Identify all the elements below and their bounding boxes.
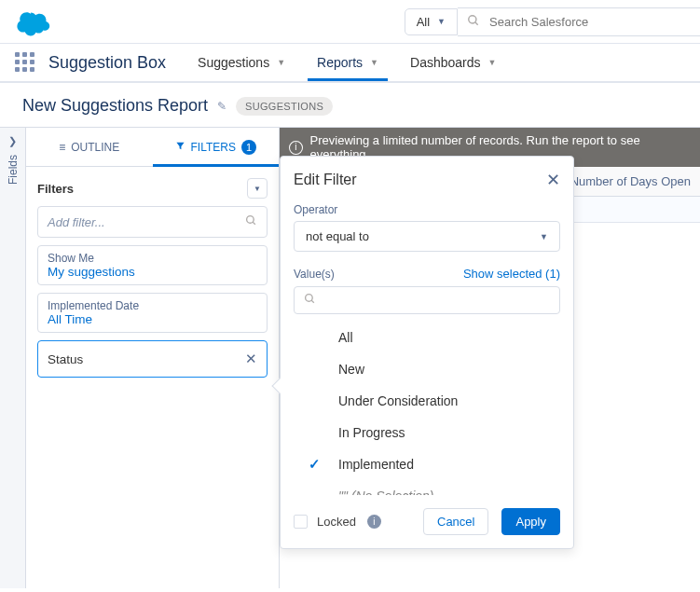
filter-icon	[175, 141, 185, 154]
nav-item-label: Reports	[317, 55, 363, 70]
option-label: In Progress	[338, 425, 405, 440]
value-option-no-selection[interactable]: "" (No Selection)	[294, 480, 560, 495]
main-area: ❯ Fields ≡ OUTLINE FILTERS 1 Filters ▼ A	[0, 127, 700, 588]
popover-title: Edit Filter	[294, 172, 357, 188]
nav-item-label: Dashboards	[410, 55, 481, 70]
svg-point-2	[247, 216, 254, 224]
svg-point-0	[469, 15, 476, 22]
filters-panel-body: Filters ▼ Add filter... Show Me My sugge…	[26, 167, 279, 389]
operator-label: Operator	[294, 203, 560, 216]
fields-sidebar-label: Fields	[7, 155, 20, 185]
add-filter-input[interactable]: Add filter...	[37, 206, 268, 238]
value-option-in-progress[interactable]: In Progress	[294, 417, 560, 448]
option-label: New	[338, 362, 364, 377]
option-label: Implemented	[338, 457, 414, 472]
filter-card-value: My suggestions	[48, 265, 257, 279]
value-option-implemented[interactable]: ✓Implemented	[294, 448, 560, 480]
option-label: All	[338, 330, 353, 345]
app-launcher-icon[interactable]	[15, 52, 35, 73]
filters-menu-button[interactable]: ▼	[247, 178, 268, 199]
chevron-down-icon: ▼	[540, 232, 548, 241]
svg-point-4	[306, 295, 313, 302]
info-icon: i	[289, 141, 303, 155]
app-nav-bar: Suggestion Box Suggestions ▼ Reports ▼ D…	[0, 44, 700, 83]
close-icon[interactable]: ✕	[546, 170, 560, 190]
object-switcher-label: All	[417, 15, 430, 29]
operator-value: not equal to	[306, 229, 369, 243]
filter-card-show-me[interactable]: Show Me My suggestions	[37, 245, 268, 285]
global-search[interactable]	[458, 7, 700, 36]
cancel-button[interactable]: Cancel	[423, 508, 488, 535]
add-filter-placeholder: Add filter...	[48, 215, 105, 229]
record-header: New Suggestions Report ✎ SUGGESTIONS	[0, 83, 700, 127]
svg-line-3	[253, 222, 255, 225]
locked-checkbox[interactable]	[294, 515, 308, 529]
report-preview-area: i Previewing a limited number of records…	[280, 128, 700, 588]
close-icon[interactable]: ✕	[245, 351, 257, 367]
info-icon[interactable]: i	[367, 515, 381, 529]
values-label: Value(s)	[294, 268, 335, 281]
filter-card-status[interactable]: Status ✕	[37, 340, 268, 378]
filter-card-implemented-date[interactable]: Implemented Date All Time	[37, 293, 268, 333]
nav-item-reports[interactable]: Reports ▼	[309, 46, 386, 79]
chevron-down-icon[interactable]: ▼	[370, 58, 378, 67]
chevron-down-icon: ▼	[437, 17, 446, 26]
edit-filter-popover: Edit Filter ✕ Operator not equal to ▼ Va…	[280, 156, 574, 549]
tab-outline[interactable]: ≡ OUTLINE	[26, 128, 153, 166]
tab-filters[interactable]: FILTERS 1	[153, 128, 280, 166]
panel-tabs: ≡ OUTLINE FILTERS 1	[26, 128, 279, 167]
value-option-under-consideration[interactable]: Under Consideration	[294, 385, 560, 417]
global-header: All ▼	[0, 0, 700, 44]
nav-item-label: Suggestions	[198, 55, 269, 70]
operator-select[interactable]: not equal to ▼	[294, 221, 560, 252]
chevron-down-icon[interactable]: ▼	[488, 58, 497, 67]
left-panel: ≡ OUTLINE FILTERS 1 Filters ▼ Add filter…	[26, 128, 280, 588]
filter-card-label: Implemented Date	[48, 299, 257, 312]
global-search-input[interactable]	[489, 15, 691, 29]
entity-badge: SUGGESTIONS	[236, 97, 333, 116]
filter-card-value: All Time	[48, 312, 257, 326]
value-option-all[interactable]: All	[294, 322, 560, 353]
pencil-icon[interactable]: ✎	[217, 100, 226, 113]
chevron-down-icon[interactable]: ▼	[277, 58, 285, 67]
apply-button[interactable]: Apply	[501, 508, 560, 535]
filter-card-label: Show Me	[48, 252, 257, 265]
svg-line-1	[475, 21, 478, 24]
svg-line-5	[311, 300, 314, 303]
show-selected-link[interactable]: Show selected (1)	[463, 267, 560, 281]
option-label: "" (No Selection)	[338, 489, 434, 495]
values-search-input[interactable]	[294, 286, 560, 314]
checkmark-icon: ✓	[309, 456, 321, 473]
tab-label: FILTERS	[191, 141, 236, 154]
search-icon	[467, 14, 480, 30]
app-name: Suggestion Box	[48, 53, 166, 73]
search-icon	[245, 214, 257, 229]
filter-card-label: Status	[48, 352, 83, 366]
tab-label: OUTLINE	[71, 141, 119, 154]
object-switcher[interactable]: All ▼	[405, 8, 458, 35]
page-title: New Suggestions Report	[22, 96, 208, 116]
locked-label: Locked	[317, 515, 356, 529]
salesforce-cloud-icon	[13, 6, 54, 37]
values-option-list: All New Under Consideration In Progress …	[294, 322, 560, 495]
fields-sidebar[interactable]: ❯ Fields	[0, 128, 26, 588]
filter-count-badge: 1	[241, 140, 256, 155]
option-label: Under Consideration	[338, 393, 458, 408]
search-icon	[304, 293, 316, 305]
column-header-label: Number of Days Open	[570, 174, 691, 188]
filters-heading: Filters	[37, 182, 74, 196]
nav-item-dashboards[interactable]: Dashboards ▼	[403, 46, 503, 79]
nav-item-suggestions[interactable]: Suggestions ▼	[190, 46, 293, 79]
value-option-new[interactable]: New	[294, 353, 560, 385]
list-icon: ≡	[59, 141, 65, 154]
chevron-right-icon[interactable]: ❯	[8, 128, 17, 155]
